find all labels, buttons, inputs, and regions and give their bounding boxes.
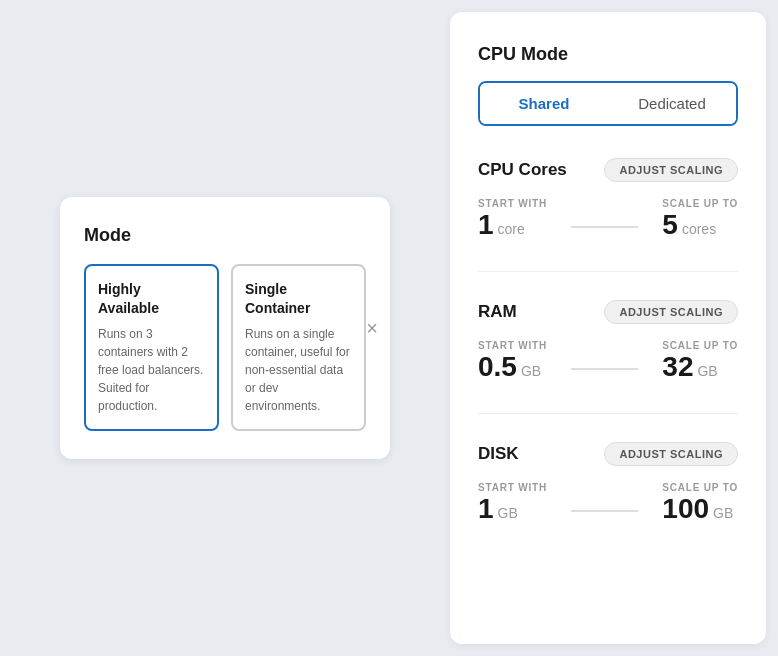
shared-toggle-btn[interactable]: Shared <box>480 83 608 124</box>
cpu-start-number: 1 <box>478 211 494 239</box>
cpu-adjust-scaling-btn[interactable]: ADJUST SCALING <box>604 158 738 182</box>
cpu-cores-values: START WITH 1 core SCALE UP TO 5 cores <box>478 198 738 239</box>
right-panel: CPU Mode Shared Dedicated CPU Cores ADJU… <box>450 12 766 644</box>
divider-2 <box>478 413 738 414</box>
disk-scale-label: SCALE UP TO <box>662 482 738 493</box>
disk-label: DISK <box>478 444 519 464</box>
mode-card: Mode Highly Available Runs on 3 containe… <box>60 197 390 458</box>
disk-start-value-display: 1 GB <box>478 495 547 523</box>
mode-option-sc-title: Single Container <box>245 280 352 316</box>
cpu-cores-header: CPU Cores ADJUST SCALING <box>478 158 738 182</box>
mode-title: Mode <box>84 225 366 246</box>
cpu-start-value-display: 1 core <box>478 211 547 239</box>
ram-scale-label: SCALE UP TO <box>662 340 738 351</box>
ram-start-label: START WITH <box>478 340 547 351</box>
cpu-start-unit: core <box>498 221 525 237</box>
close-icon: × <box>366 317 378 340</box>
left-panel: Mode Highly Available Runs on 3 containe… <box>0 0 450 656</box>
disk-scale-value-display: 100 GB <box>662 495 738 523</box>
ram-section: RAM ADJUST SCALING START WITH 0.5 GB SCA… <box>478 300 738 381</box>
disk-header: DISK ADJUST SCALING <box>478 442 738 466</box>
disk-adjust-scaling-btn[interactable]: ADJUST SCALING <box>604 442 738 466</box>
mode-option-highly-available[interactable]: Highly Available Runs on 3 containers wi… <box>84 264 219 430</box>
disk-start-group: START WITH 1 GB <box>478 482 547 523</box>
disk-start-unit: GB <box>498 505 518 521</box>
mode-option-ha-desc: Runs on 3 containers with 2 free load ba… <box>98 325 205 415</box>
cpu-cores-label: CPU Cores <box>478 160 567 180</box>
disk-values: START WITH 1 GB SCALE UP TO 100 GB <box>478 482 738 523</box>
disk-section: DISK ADJUST SCALING START WITH 1 GB SCAL… <box>478 442 738 523</box>
mode-option-ha-title: Highly Available <box>98 280 205 316</box>
ram-scale-number: 32 <box>662 353 693 381</box>
ram-scale-unit: GB <box>697 363 717 379</box>
mode-option-sc-desc: Runs on a single container, useful for n… <box>245 325 352 415</box>
cpu-scale-label: SCALE UP TO <box>662 198 738 209</box>
ram-start-number: 0.5 <box>478 353 517 381</box>
disk-scale-group: SCALE UP TO 100 GB <box>662 482 738 523</box>
dedicated-toggle-btn[interactable]: Dedicated <box>608 83 736 124</box>
ram-adjust-scaling-btn[interactable]: ADJUST SCALING <box>604 300 738 324</box>
mode-options: Highly Available Runs on 3 containers wi… <box>84 264 366 430</box>
ram-dash-separator <box>571 368 638 370</box>
disk-scale-number: 100 <box>662 495 709 523</box>
ram-header: RAM ADJUST SCALING <box>478 300 738 324</box>
divider-1 <box>478 271 738 272</box>
disk-scale-unit: GB <box>713 505 733 521</box>
cpu-mode-title: CPU Mode <box>478 44 738 65</box>
ram-label: RAM <box>478 302 517 322</box>
cpu-scale-unit: cores <box>682 221 716 237</box>
disk-start-number: 1 <box>478 495 494 523</box>
disk-dash-separator <box>571 510 638 512</box>
mode-option-single-container[interactable]: Single Container Runs on a single contai… <box>231 264 366 430</box>
ram-scale-value-display: 32 GB <box>662 353 738 381</box>
close-button[interactable]: × <box>354 310 390 346</box>
ram-start-unit: GB <box>521 363 541 379</box>
cpu-scale-number: 5 <box>662 211 678 239</box>
ram-start-value-display: 0.5 GB <box>478 353 547 381</box>
disk-start-label: START WITH <box>478 482 547 493</box>
ram-scale-group: SCALE UP TO 32 GB <box>662 340 738 381</box>
cpu-cores-section: CPU Cores ADJUST SCALING START WITH 1 co… <box>478 158 738 239</box>
cpu-start-group: START WITH 1 core <box>478 198 547 239</box>
cpu-scale-value-display: 5 cores <box>662 211 738 239</box>
cpu-mode-toggle: Shared Dedicated <box>478 81 738 126</box>
ram-start-group: START WITH 0.5 GB <box>478 340 547 381</box>
cpu-dash-separator <box>571 226 638 228</box>
ram-values: START WITH 0.5 GB SCALE UP TO 32 GB <box>478 340 738 381</box>
cpu-start-label: START WITH <box>478 198 547 209</box>
cpu-scale-group: SCALE UP TO 5 cores <box>662 198 738 239</box>
